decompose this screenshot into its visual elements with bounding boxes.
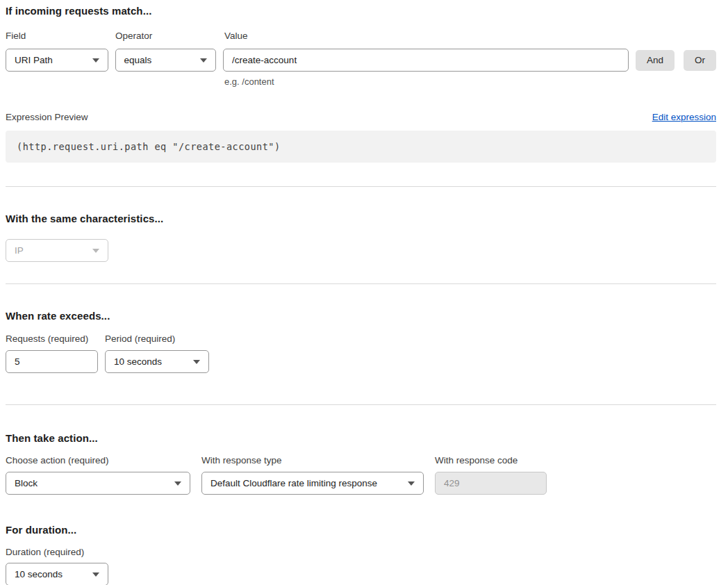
field-select[interactable]: URI Path [6, 49, 108, 72]
duration-select[interactable]: 10 seconds [6, 563, 108, 585]
response-code-label: With response code [435, 455, 518, 465]
section-incoming-requests-match: If incoming requests match... Field Oper… [6, 5, 716, 163]
section-rate-exceeds: When rate exceeds... Requests (required)… [6, 310, 716, 373]
chevron-down-icon [174, 481, 181, 486]
chevron-down-icon [92, 249, 99, 253]
section-heading-match: If incoming requests match... [6, 5, 716, 17]
requests-input[interactable] [6, 350, 98, 373]
operator-select-value: equals [124, 55, 152, 65]
period-select-value: 10 seconds [114, 356, 162, 367]
response-type-label: With response type [201, 455, 435, 465]
section-heading-action: Then take action... [6, 432, 716, 444]
characteristic-select-value: IP [15, 245, 24, 256]
response-type-select[interactable]: Default Cloudflare rate limiting respons… [201, 472, 424, 495]
value-label: Value [224, 31, 248, 41]
and-button[interactable]: And [636, 50, 675, 71]
section-take-action: Then take action... Choose action (requi… [6, 432, 716, 495]
period-select[interactable]: 10 seconds [105, 350, 209, 373]
chevron-down-icon [200, 58, 207, 63]
section-divider [6, 283, 716, 284]
chevron-down-icon [193, 360, 200, 364]
section-heading-characteristics: With the same characteristics... [6, 213, 716, 224]
section-divider [6, 186, 716, 187]
characteristic-select: IP [6, 239, 108, 262]
expression-preview-label: Expression Preview [6, 112, 88, 122]
field-select-value: URI Path [15, 55, 53, 65]
section-heading-duration: For duration... [6, 524, 716, 536]
choose-action-select[interactable]: Block [6, 472, 190, 495]
section-heading-rate: When rate exceeds... [6, 310, 716, 322]
field-label: Field [6, 31, 115, 41]
choose-action-label: Choose action (required) [6, 455, 201, 465]
duration-label: Duration (required) [6, 547, 716, 557]
chevron-down-icon [92, 572, 99, 577]
operator-select[interactable]: equals [115, 49, 217, 72]
period-label: Period (required) [105, 333, 175, 344]
operator-label: Operator [115, 31, 224, 41]
response-type-select-value: Default Cloudflare rate limiting respons… [210, 478, 377, 488]
section-divider [6, 404, 716, 405]
value-helper-text: e.g. /content [224, 76, 716, 87]
edit-expression-link[interactable]: Edit expression [652, 112, 716, 122]
section-same-characteristics: With the same characteristics... IP [6, 213, 716, 262]
section-for-duration: For duration... Duration (required) 10 s… [6, 524, 716, 585]
expression-preview-code: (http.request.uri.path eq "/create-accou… [6, 131, 716, 163]
duration-select-value: 10 seconds [15, 569, 63, 579]
requests-label: Requests (required) [6, 333, 105, 344]
chevron-down-icon [408, 481, 415, 486]
value-input[interactable] [223, 49, 629, 72]
chevron-down-icon [92, 58, 99, 63]
or-button[interactable]: Or [684, 50, 716, 71]
response-code-input [435, 472, 547, 495]
choose-action-select-value: Block [15, 478, 38, 488]
